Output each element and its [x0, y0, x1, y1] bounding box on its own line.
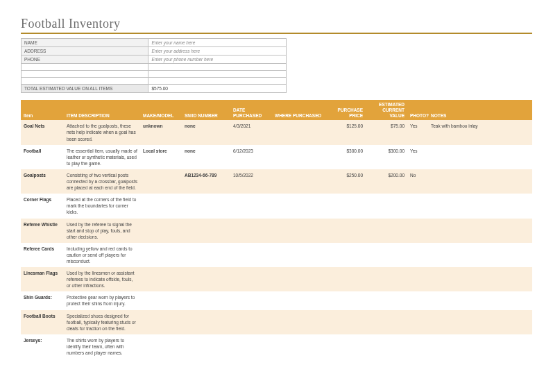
cell-make[interactable] [140, 334, 182, 359]
cell-photo[interactable] [407, 334, 428, 359]
cell-desc[interactable]: Protective gear worn by players to prote… [64, 291, 140, 309]
cell-price[interactable] [327, 194, 366, 218]
info-value[interactable] [148, 64, 287, 71]
cell-price[interactable] [327, 334, 366, 359]
cell-date[interactable]: 6/12/2023 [230, 145, 272, 169]
cell-item[interactable]: Linesman Flags [21, 267, 64, 291]
cell-photo[interactable]: Yes [407, 145, 428, 169]
cell-price[interactable] [327, 291, 366, 309]
cell-value[interactable]: $200.00 [366, 169, 407, 194]
cell-value[interactable] [366, 334, 407, 359]
cell-where[interactable] [272, 194, 327, 218]
cell-photo[interactable] [407, 219, 428, 243]
cell-notes[interactable] [428, 267, 532, 291]
cell-desc[interactable]: The shirts worn by players to identify t… [64, 334, 140, 359]
cell-sn[interactable]: AB1234-66-789 [182, 169, 230, 194]
cell-sn[interactable] [182, 291, 230, 309]
cell-make[interactable] [140, 267, 182, 291]
cell-date[interactable] [230, 310, 272, 334]
cell-where[interactable] [272, 334, 327, 359]
cell-sn[interactable]: none [182, 120, 230, 144]
cell-value[interactable] [366, 267, 407, 291]
info-value[interactable] [148, 78, 287, 85]
cell-date[interactable] [230, 194, 272, 218]
cell-item[interactable]: Shin Guards: [21, 291, 64, 309]
cell-sn[interactable] [182, 243, 230, 267]
cell-photo[interactable] [407, 267, 428, 291]
cell-date[interactable] [230, 243, 272, 267]
cell-photo[interactable] [407, 291, 428, 309]
cell-photo[interactable] [407, 310, 428, 334]
cell-notes[interactable] [428, 291, 532, 309]
cell-make[interactable]: unknown [140, 120, 182, 144]
cell-value[interactable] [366, 310, 407, 334]
info-value[interactable]: Enter your name here [148, 39, 287, 47]
cell-desc[interactable]: Used by the linesmen or assistant refere… [64, 267, 140, 291]
cell-where[interactable] [272, 310, 327, 334]
cell-item[interactable]: Referee Whistle [21, 219, 64, 243]
cell-desc[interactable]: Including yellow and red cards to cautio… [64, 243, 140, 267]
cell-notes[interactable] [428, 194, 532, 218]
cell-item[interactable]: Corner Flags [21, 194, 64, 218]
cell-notes[interactable] [428, 169, 532, 194]
cell-date[interactable]: 10/5/2022 [230, 169, 272, 194]
cell-date[interactable]: 4/3/2021 [230, 120, 272, 144]
cell-sn[interactable] [182, 334, 230, 359]
info-value[interactable] [148, 71, 287, 78]
cell-make[interactable] [140, 169, 182, 194]
cell-value[interactable] [366, 194, 407, 218]
cell-where[interactable] [272, 219, 327, 243]
cell-date[interactable] [230, 291, 272, 309]
cell-price[interactable] [327, 243, 366, 267]
cell-where[interactable] [272, 120, 327, 144]
cell-notes[interactable] [428, 219, 532, 243]
cell-desc[interactable]: Consisting of two vertical posts connect… [64, 169, 140, 194]
cell-price[interactable] [327, 267, 366, 291]
cell-desc[interactable]: Placed at the corners of the field to ma… [64, 194, 140, 218]
cell-item[interactable]: Goalposts [21, 169, 64, 194]
cell-where[interactable] [272, 169, 327, 194]
cell-desc[interactable]: Used by the referee to signal the start … [64, 219, 140, 243]
cell-price[interactable]: $250.00 [327, 169, 366, 194]
cell-notes[interactable] [428, 334, 532, 359]
cell-desc[interactable]: Attached to the goalposts, these nets he… [64, 120, 140, 144]
cell-photo[interactable] [407, 194, 428, 218]
cell-value[interactable] [366, 243, 407, 267]
cell-item[interactable]: Goal Nets [21, 120, 64, 144]
cell-where[interactable] [272, 243, 327, 267]
cell-sn[interactable]: none [182, 145, 230, 169]
cell-notes[interactable]: Teak with bamboo inlay [428, 120, 532, 144]
cell-desc[interactable]: The essential item, usually made of leat… [64, 145, 140, 169]
info-value[interactable]: Enter your phone number here [148, 56, 287, 64]
cell-photo[interactable]: No [407, 169, 428, 194]
cell-date[interactable] [230, 267, 272, 291]
cell-price[interactable]: $300.00 [327, 145, 366, 169]
cell-date[interactable] [230, 219, 272, 243]
cell-photo[interactable]: Yes [407, 120, 428, 144]
cell-price[interactable] [327, 219, 366, 243]
cell-item[interactable]: Jerseys: [21, 334, 64, 359]
cell-make[interactable] [140, 291, 182, 309]
cell-sn[interactable] [182, 219, 230, 243]
info-value[interactable]: Enter your address here [148, 47, 287, 56]
cell-make[interactable] [140, 243, 182, 267]
cell-make[interactable] [140, 310, 182, 334]
cell-sn[interactable] [182, 310, 230, 334]
cell-item[interactable]: Football Boots [21, 310, 64, 334]
cell-date[interactable] [230, 334, 272, 359]
cell-where[interactable] [272, 267, 327, 291]
cell-value[interactable]: $75.00 [366, 120, 407, 144]
cell-value[interactable] [366, 291, 407, 309]
cell-notes[interactable] [428, 243, 532, 267]
cell-item[interactable]: Referee Cards [21, 243, 64, 267]
cell-make[interactable] [140, 194, 182, 218]
cell-desc[interactable]: Specialized shoes designed for football,… [64, 310, 140, 334]
cell-where[interactable] [272, 291, 327, 309]
cell-photo[interactable] [407, 243, 428, 267]
cell-price[interactable]: $125.00 [327, 120, 366, 144]
cell-make[interactable] [140, 219, 182, 243]
cell-notes[interactable] [428, 310, 532, 334]
cell-where[interactable] [272, 145, 327, 169]
cell-item[interactable]: Football [21, 145, 64, 169]
cell-value[interactable]: $300.00 [366, 145, 407, 169]
